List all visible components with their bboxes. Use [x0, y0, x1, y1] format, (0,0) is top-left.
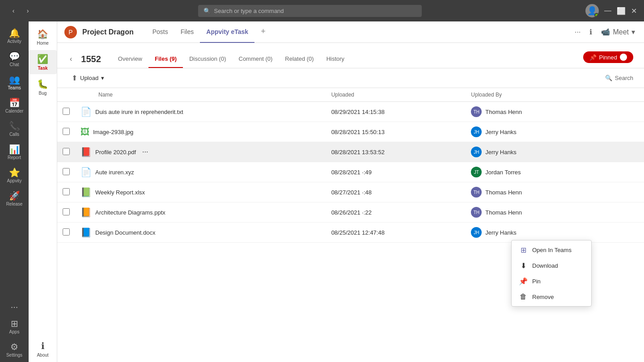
task-tab-overview[interactable]: Overview: [112, 50, 148, 68]
task-tab-history[interactable]: History: [320, 50, 351, 68]
info-icon: ℹ: [41, 341, 45, 351]
nav-item-settings[interactable]: ⚙ Settings: [0, 339, 29, 361]
tab-appvity-etask[interactable]: Appvity eTask: [200, 21, 254, 43]
nav-item-release[interactable]: 🚀 Release: [0, 188, 29, 210]
file-name-cell: 📕 Profile 2020.pdf ···: [80, 147, 321, 157]
teams-icon: 👥: [9, 75, 20, 84]
file-checkbox[interactable]: [63, 108, 70, 115]
tab-posts[interactable]: Posts: [146, 21, 174, 43]
file-type-icon: 📗: [80, 187, 92, 198]
calls-icon: 📞: [9, 122, 20, 130]
uploader-cell: TH Thomas Henn: [471, 187, 639, 198]
tab-files[interactable]: Files: [174, 21, 200, 43]
context-download[interactable]: ⬇ Download: [512, 258, 591, 274]
file-name-cell: 📙 Architecture Diagrams.pptx ···: [80, 207, 321, 218]
uploader-avatar: TH: [471, 187, 482, 198]
sidebar-item-bug[interactable]: 🐛 Bug: [29, 75, 57, 99]
channel-logo: P: [64, 26, 77, 38]
uploader-avatar: JH: [471, 126, 482, 137]
col-uploaded-by: Uploaded By: [466, 88, 644, 102]
nav-item-apps[interactable]: ⊞ Apps: [0, 316, 29, 338]
nav-item-chat[interactable]: 💬 Chat: [0, 48, 29, 71]
minimize-button[interactable]: —: [604, 7, 611, 15]
file-name: Design Document.docx: [95, 229, 155, 236]
uploader-cell: JH Jerry Hanks: [471, 147, 639, 157]
uploader-avatar: JT: [471, 167, 482, 177]
file-type-icon: 📘: [80, 227, 92, 238]
pinned-button[interactable]: 📌 Pinned: [583, 51, 633, 63]
uploader-cell: TH Thomas Henn: [471, 207, 639, 218]
appvity-icon: ⭐: [9, 168, 20, 177]
search-input[interactable]: [214, 8, 416, 14]
more-options-button[interactable]: ···: [573, 26, 582, 38]
nav-item-calls[interactable]: 📞 Calls: [0, 118, 29, 140]
context-open-in-teams[interactable]: ⊞ Open In Teams: [512, 242, 591, 258]
file-checkbox[interactable]: [63, 168, 70, 175]
file-name: Profile 2020.pdf: [95, 149, 136, 156]
nav-item-calender[interactable]: 📅 Calender: [0, 95, 29, 117]
avatar[interactable]: 👤: [585, 4, 599, 17]
task-back-button[interactable]: ‹: [68, 53, 74, 65]
nav-item-teams[interactable]: 👥 Teams: [0, 72, 29, 94]
file-uploaded: 08/28/2021 ·:49: [326, 162, 466, 182]
context-remove[interactable]: 🗑 Remove: [512, 289, 591, 304]
uploader-cell: JH Jerry Hanks: [471, 227, 639, 238]
col-uploaded: Uploaded: [326, 88, 466, 102]
apps-icon: ⊞: [11, 319, 18, 328]
file-checkbox[interactable]: [63, 228, 70, 236]
file-name-cell: 📘 Design Document.docx ···: [80, 227, 321, 238]
nav-item-more[interactable]: ···: [0, 299, 29, 315]
file-name-cell: 🖼 Image-2938.jpg ···: [80, 127, 321, 137]
task-tab-discussion[interactable]: Discussion (0): [183, 50, 232, 68]
nav-item-activity[interactable]: 🔔 Activity: [0, 25, 29, 47]
file-type-icon: 🖼: [80, 127, 89, 137]
maximize-button[interactable]: ⬜: [617, 7, 626, 15]
context-menu: ⊞ Open In Teams ⬇ Download 📌 Pin 🗑 Remov…: [511, 240, 592, 307]
meet-button[interactable]: 📹 Meet ▾: [599, 26, 637, 38]
task-tab-related[interactable]: Related (0): [279, 50, 320, 68]
files-table: Name Uploaded Uploaded By 📄 Duis aute ir…: [57, 88, 644, 243]
file-type-icon: 📕: [80, 147, 92, 157]
back-button[interactable]: ‹: [7, 4, 20, 17]
task-tabs: Overview Files (9) Discussion (0) Commen…: [112, 50, 351, 68]
task-tab-comment[interactable]: Comment (0): [233, 50, 279, 68]
forward-button[interactable]: ›: [21, 4, 34, 17]
toggle-indicator: [620, 54, 627, 61]
channel-header: P Project Dragon Posts Files Appvity eTa…: [57, 21, 644, 43]
file-checkbox[interactable]: [63, 188, 70, 195]
uploader-cell: JH Jerry Hanks: [471, 126, 639, 137]
upload-button[interactable]: ⬆ Upload ▾: [68, 72, 108, 84]
file-checkbox[interactable]: [63, 148, 70, 155]
channel-info-button[interactable]: ℹ: [588, 26, 594, 38]
add-tab-button[interactable]: +: [254, 21, 272, 43]
uploader-cell: TH Thomas Henn: [471, 106, 639, 117]
teams-context-icon: ⊞: [519, 246, 528, 254]
upload-chevron-icon: ▾: [101, 75, 104, 81]
download-icon: ⬇: [519, 261, 528, 270]
titlebar-left: ‹ ›: [7, 4, 34, 17]
sidebar-item-task[interactable]: ✅ Task: [29, 50, 57, 74]
nav-item-report[interactable]: 📊 Report: [0, 141, 29, 164]
titlebar-nav: ‹ ›: [7, 4, 34, 17]
sidebar-item-home[interactable]: 🏠 Home: [29, 25, 57, 49]
task-tab-files[interactable]: Files (9): [148, 50, 183, 68]
col-name: Name: [75, 88, 326, 102]
sidebar-item-about[interactable]: ℹ About: [29, 337, 57, 361]
file-uploaded: 08/28/2021 15:50:13: [326, 122, 466, 142]
file-options-button[interactable]: ···: [140, 147, 151, 157]
close-button[interactable]: ✕: [631, 7, 637, 15]
files-toolbar: ⬆ Upload ▾ 🔍 Search: [57, 68, 644, 88]
files-search-button[interactable]: 🔍 Search: [605, 75, 633, 81]
uploader-cell: JT Jordan Torres: [471, 167, 639, 177]
file-name: Aute iruren.xyz: [95, 169, 134, 176]
file-uploaded: 08/25/2021 12:47:48: [326, 223, 466, 243]
nav-item-appvity[interactable]: ⭐ Appvity: [0, 164, 29, 187]
file-checkbox[interactable]: [63, 128, 70, 135]
channel-header-right: ··· ℹ 📹 Meet ▾: [573, 26, 637, 38]
context-pin[interactable]: 📌 Pin: [512, 274, 591, 289]
file-name: Weekly Report.xlsx: [95, 189, 145, 196]
pin-icon: 📌: [589, 54, 597, 61]
left-sidebar: 🏠 Home ✅ Task 🐛 Bug ℹ About: [29, 21, 57, 362]
search-bar[interactable]: 🔍: [198, 5, 422, 17]
file-checkbox[interactable]: [63, 208, 70, 215]
